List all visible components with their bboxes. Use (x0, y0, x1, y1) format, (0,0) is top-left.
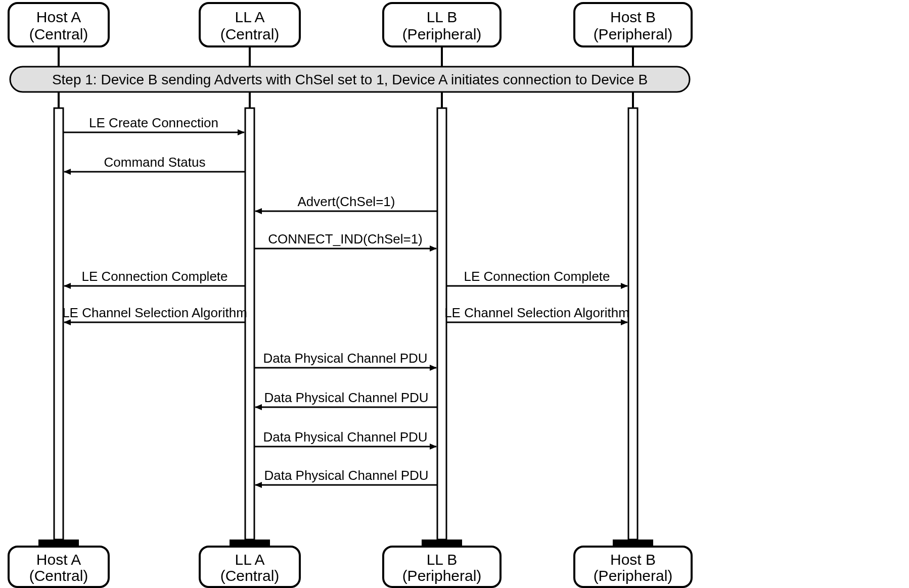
msg-data-pdu-3: Data Physical Channel PDU (254, 429, 436, 447)
actor-host-b-line1: Host B (610, 9, 656, 25)
msg-data-pdu-4: Data Physical Channel PDU (255, 468, 437, 485)
msg-le-chan-sel-b: LE Channel Selection Algorithm (444, 305, 629, 322)
footer-ll-a-line1: LL A (235, 551, 265, 568)
svg-text:LE Connection Complete: LE Connection Complete (464, 269, 610, 284)
actor-host-a-line2: (Central) (29, 26, 88, 42)
svg-text:CONNECT_IND(ChSel=1): CONNECT_IND(ChSel=1) (268, 231, 423, 247)
footer-actor-host-a: Host A (Central) (9, 547, 109, 587)
msg-data-pdu-1: Data Physical Channel PDU (254, 351, 436, 368)
activation-host-a (54, 108, 63, 540)
msg-advert: Advert(ChSel=1) (255, 194, 437, 211)
activation-host-b (628, 108, 638, 540)
step-text: Step 1: Device B sending Adverts with Ch… (52, 72, 648, 87)
footer-ll-b-line1: LL B (427, 551, 458, 568)
svg-text:LE Connection Complete: LE Connection Complete (81, 269, 228, 284)
end-bar-ll-a (230, 540, 270, 547)
actor-host-a: Host A (Central) (9, 3, 109, 46)
actor-ll-b: LL B (Peripheral) (383, 3, 501, 46)
msg-le-connection-complete-a: LE Connection Complete (64, 269, 245, 286)
msg-le-create-connection: LE Create Connection (63, 115, 244, 132)
svg-text:Data Physical Channel PDU: Data Physical Channel PDU (263, 351, 427, 366)
actor-ll-a-line1: LL A (235, 9, 265, 25)
actor-host-b: Host B (Peripheral) (574, 3, 692, 46)
footer-host-a-line2: (Central) (29, 567, 88, 584)
actor-ll-b-line1: LL B (427, 9, 458, 25)
svg-text:Data Physical Channel PDU: Data Physical Channel PDU (264, 468, 428, 483)
footer-ll-a-line2: (Central) (220, 567, 280, 584)
actor-ll-a-line2: (Central) (220, 26, 280, 42)
footer-actor-ll-a: LL A (Central) (200, 547, 300, 587)
svg-text:Data Physical Channel PDU: Data Physical Channel PDU (264, 390, 428, 405)
msg-data-pdu-2: Data Physical Channel PDU (255, 390, 437, 407)
svg-text:LE Channel Selection Algorithm: LE Channel Selection Algorithm (444, 305, 629, 320)
end-bar-ll-b (422, 540, 462, 547)
end-bar-host-b (613, 540, 653, 547)
footer-actor-host-b: Host B (Peripheral) (574, 547, 692, 587)
msg-le-chan-sel-a: LE Channel Selection Algorithm (62, 305, 247, 322)
svg-text:LE Channel Selection Algorithm: LE Channel Selection Algorithm (62, 305, 247, 320)
footer-host-b-line2: (Peripheral) (594, 567, 673, 584)
actor-ll-b-line2: (Peripheral) (402, 26, 482, 42)
svg-text:Advert(ChSel=1): Advert(ChSel=1) (298, 194, 395, 209)
msg-command-status: Command Status (64, 155, 245, 172)
footer-ll-b-line2: (Peripheral) (402, 567, 482, 584)
svg-text:Data Physical Channel PDU: Data Physical Channel PDU (263, 429, 427, 445)
activation-ll-a (245, 108, 254, 540)
activation-ll-b (437, 108, 446, 540)
end-bar-host-a (38, 540, 79, 547)
step-banner: Step 1: Device B sending Adverts with Ch… (10, 67, 690, 92)
footer-host-a-line1: Host A (36, 551, 81, 568)
footer-actor-ll-b: LL B (Peripheral) (383, 547, 501, 587)
footer-host-b-line1: Host B (610, 551, 656, 568)
actor-host-a-line1: Host A (36, 9, 81, 25)
actor-host-b-line2: (Peripheral) (594, 26, 673, 42)
msg-connect-ind: CONNECT_IND(ChSel=1) (254, 231, 436, 249)
sequence-diagram: Host A (Central) LL A (Central) LL B (Pe… (0, 0, 909, 588)
svg-text:LE Create Connection: LE Create Connection (89, 115, 218, 130)
msg-le-connection-complete-b: LE Connection Complete (446, 269, 627, 286)
svg-text:Command Status: Command Status (104, 155, 206, 170)
actor-ll-a: LL A (Central) (200, 3, 300, 46)
